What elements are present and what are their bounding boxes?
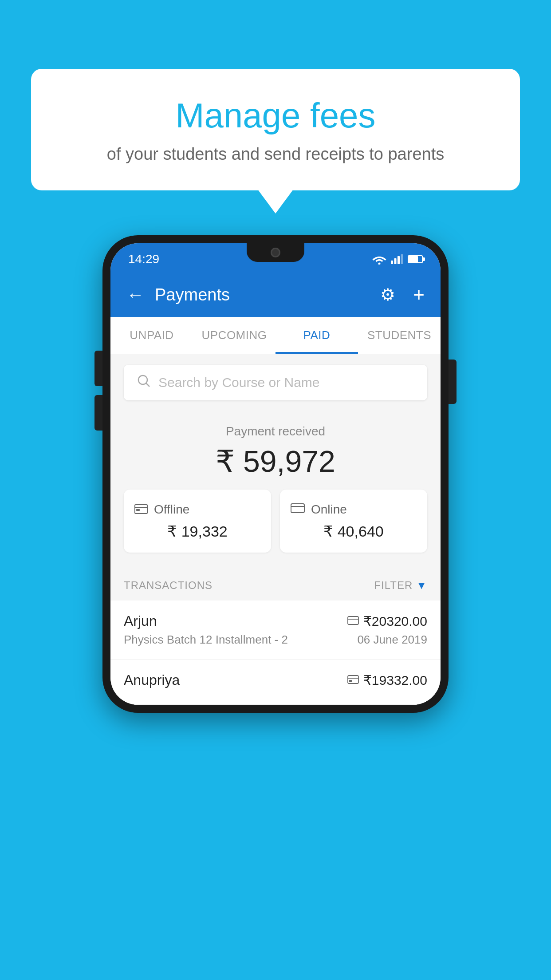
speech-bubble-container: Manage fees of your students and send re… (31, 69, 520, 190)
filter-label: FILTER (374, 579, 413, 592)
transaction-name: Anupriya (124, 672, 180, 688)
offline-label: Offline (154, 502, 189, 517)
tab-students[interactable]: STUDENTS (358, 317, 441, 354)
svg-rect-14 (348, 676, 358, 684)
online-card-header: Online (291, 502, 417, 517)
svg-point-0 (378, 263, 381, 265)
phone-screen: 14:29 (110, 243, 441, 705)
phone-notch (247, 243, 304, 262)
filter-icon: ▼ (416, 579, 427, 592)
svg-rect-1 (391, 261, 393, 264)
svg-rect-16 (349, 680, 352, 682)
search-container: Search by Course or Name (110, 354, 441, 411)
payment-received-label: Payment received (124, 424, 427, 439)
transactions-header: TRANSACTIONS FILTER ▼ (110, 570, 441, 601)
transaction-course: Physics Batch 12 Installment - 2 (124, 633, 288, 647)
tab-paid[interactable]: PAID (276, 317, 358, 354)
transaction-amount: ₹20320.00 (363, 613, 427, 629)
online-label: Online (311, 502, 347, 517)
tab-upcoming[interactable]: UPCOMING (193, 317, 276, 354)
payment-summary: Payment received ₹ 59,972 (110, 411, 441, 570)
transaction-amount-wrap: ₹20320.00 (347, 613, 427, 629)
offline-icon (134, 502, 148, 517)
app-header: ← Payments ⚙ + (110, 273, 441, 317)
speech-bubble: Manage fees of your students and send re… (31, 69, 520, 190)
online-amount: ₹ 40,640 (291, 522, 417, 540)
status-icons (372, 254, 423, 265)
transaction-type-icon (347, 614, 359, 628)
svg-line-6 (146, 383, 150, 387)
signal-icon (391, 254, 403, 264)
transaction-name: Arjun (124, 613, 157, 629)
svg-rect-12 (348, 616, 358, 624)
camera-dot (271, 248, 280, 257)
back-button[interactable]: ← (126, 285, 144, 305)
online-icon (291, 502, 305, 517)
transaction-date: 06 June 2019 (357, 633, 427, 647)
search-input[interactable]: Search by Course or Name (158, 375, 320, 390)
bubble-subtitle: of your students and send receipts to pa… (53, 145, 498, 164)
transaction-amount-wrap: ₹19332.00 (347, 672, 427, 688)
offline-card: Offline ₹ 19,332 (124, 490, 271, 553)
transaction-type-icon (347, 673, 359, 687)
svg-rect-4 (401, 254, 403, 264)
svg-rect-9 (136, 509, 140, 511)
offline-card-header: Offline (134, 502, 260, 517)
offline-amount: ₹ 19,332 (134, 522, 260, 540)
tab-unpaid[interactable]: UNPAID (110, 317, 193, 354)
transaction-row[interactable]: Anupriya ₹19332.00 (110, 660, 441, 705)
filter-button[interactable]: FILTER ▼ (374, 579, 427, 592)
transactions-label: TRANSACTIONS (124, 579, 213, 592)
transaction-amount: ₹19332.00 (363, 672, 427, 688)
online-card: Online ₹ 40,640 (280, 490, 427, 553)
bubble-title: Manage fees (53, 95, 498, 136)
status-time: 14:29 (128, 252, 159, 266)
svg-rect-2 (394, 258, 397, 264)
transaction-row[interactable]: Arjun ₹20320.00 Physics Batch 12 Install… (110, 601, 441, 660)
phone-frame: 14:29 (102, 235, 449, 713)
wifi-icon (372, 254, 386, 265)
phone-device: 14:29 (102, 235, 449, 713)
transaction-row-bottom: Physics Batch 12 Installment - 2 06 June… (124, 633, 427, 647)
search-icon (137, 374, 150, 391)
payment-total-amount: ₹ 59,972 (124, 444, 427, 479)
tabs-container: UNPAID UPCOMING PAID STUDENTS (110, 317, 441, 354)
add-button[interactable]: + (413, 284, 425, 306)
transaction-row-top: Arjun ₹20320.00 (124, 613, 427, 629)
search-bar[interactable]: Search by Course or Name (124, 365, 427, 400)
svg-rect-10 (291, 504, 304, 513)
svg-rect-3 (398, 256, 400, 264)
transaction-row-top: Anupriya ₹19332.00 (124, 672, 427, 688)
battery-icon (408, 255, 423, 263)
settings-button[interactable]: ⚙ (380, 285, 395, 304)
payment-cards: Offline ₹ 19,332 Online (124, 490, 427, 561)
header-title: Payments (155, 285, 370, 304)
